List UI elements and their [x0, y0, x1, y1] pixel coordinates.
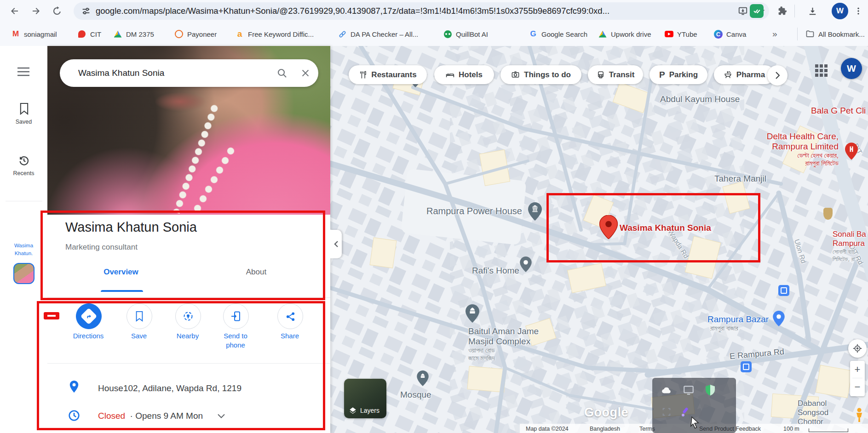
install-app-icon[interactable] — [735, 6, 751, 16]
send-to-phone-label-2[interactable]: phone — [226, 341, 245, 349]
search-box[interactable] — [60, 59, 318, 87]
mosque-pin-baitul[interactable] — [466, 304, 479, 323]
nearby-button[interactable] — [175, 303, 201, 329]
zoom-in-button[interactable]: + — [850, 361, 865, 378]
bookmarks-overflow-chevron[interactable]: » — [772, 28, 777, 40]
chip-parking[interactable]: P Parking — [650, 65, 707, 84]
map-label-sonali[interactable]: Sonali Ba Rampura সোনালী ব্যাং লিমিটেড, … — [833, 230, 866, 263]
bookmark-canva[interactable]: C Canva — [714, 28, 746, 40]
maps-profile-avatar[interactable]: W — [841, 58, 862, 79]
url-text[interactable]: google.com/maps/place/Wasima+Khatun+Soni… — [96, 6, 735, 16]
transit-poi-square[interactable] — [778, 285, 789, 296]
close-icon[interactable] — [293, 68, 318, 78]
address-bar[interactable]: google.com/maps/place/Wasima+Khatun+Soni… — [74, 2, 769, 20]
poi-beige-pin[interactable] — [823, 208, 833, 220]
back-icon[interactable] — [6, 3, 23, 19]
downloads-icon[interactable] — [804, 3, 821, 19]
gmail-icon: M — [11, 29, 20, 39]
tab-about[interactable]: About — [215, 268, 298, 277]
bazar-pin[interactable] — [773, 311, 785, 326]
street-view-pegman[interactable] — [854, 407, 865, 423]
my-location-button[interactable] — [848, 339, 867, 358]
bookmark-free-keyword[interactable]: a Free Keyword Diffic... — [235, 28, 314, 40]
saved-label[interactable]: Saved — [0, 119, 47, 125]
bookmark-cit[interactable]: CIT — [77, 28, 101, 40]
map-canvas[interactable]: Restaurants Hotels Things to do Transit … — [330, 46, 868, 433]
hamburger-menu-icon[interactable] — [17, 66, 30, 77]
map-label-power-house[interactable]: Rampura Power House — [426, 206, 522, 216]
map-label-baitul-aman[interactable]: Baitul Aman Jame Masjid Complex ওয়াপদা … — [468, 326, 539, 362]
transit-poi-square-2[interactable] — [741, 361, 752, 372]
rafis-home-pin[interactable] — [520, 256, 532, 272]
zoom-out-button[interactable]: − — [850, 378, 865, 395]
purple-brush-icon[interactable] — [680, 406, 691, 417]
canva-icon: C — [714, 30, 723, 39]
mosque-pin[interactable] — [417, 370, 429, 386]
map-label-bala-g-pet[interactable]: Bala G Pet Cli — [811, 106, 866, 116]
nearby-label[interactable]: Nearby — [177, 332, 199, 340]
destination-red-pin[interactable] — [599, 215, 618, 239]
bookmark-dm-2375[interactable]: DM 2375 — [113, 28, 154, 40]
power-house-pin[interactable] — [528, 202, 542, 221]
reload-icon[interactable] — [49, 3, 65, 19]
bookmark-quillbot[interactable]: QuillBot AI — [443, 28, 488, 40]
browser-profile-avatar[interactable]: W — [832, 3, 848, 19]
recents-icon[interactable] — [18, 154, 30, 166]
collapse-panel-arrow[interactable] — [330, 230, 342, 258]
bookmark-da-pa-checker[interactable]: DA PA Checker – All... — [338, 28, 418, 40]
recent-place-label-2[interactable]: Khatun. — [0, 251, 47, 256]
recents-label[interactable]: Recents — [0, 170, 47, 177]
cloud-icon[interactable] — [661, 384, 673, 396]
actions-divider — [47, 363, 330, 364]
tab-indicator — [101, 290, 143, 292]
tab-overview[interactable]: Overview — [80, 268, 162, 277]
mail-tracker-extension-icon[interactable] — [750, 4, 764, 18]
share-label[interactable]: Share — [281, 332, 299, 340]
address-text[interactable]: House102, Adilane, Wapda Rd, 1219 — [98, 383, 241, 393]
zoom-control: + − — [850, 361, 865, 396]
display-icon[interactable] — [683, 384, 695, 396]
share-button[interactable] — [277, 303, 303, 329]
capture-frame-icon[interactable] — [661, 407, 672, 417]
keyword-tool-icon: a — [235, 29, 244, 39]
site-info-icon[interactable] — [81, 6, 91, 16]
search-input[interactable] — [77, 68, 271, 79]
menu-kebab-icon[interactable] — [850, 3, 867, 19]
map-label-wasima-khatun[interactable]: Wasima Khatun Sonia — [620, 223, 711, 233]
chip-hotels[interactable]: Hotels — [434, 65, 494, 84]
chip-things-to-do[interactable]: Things to do — [500, 65, 581, 84]
search-icon[interactable] — [271, 68, 293, 79]
save-button[interactable] — [126, 303, 152, 329]
chips-scroll-right-chevron[interactable] — [767, 65, 788, 85]
bookmark-payoneer[interactable]: Payoneer — [174, 28, 217, 40]
forward-icon[interactable] — [28, 3, 44, 19]
chip-transit[interactable]: Transit — [588, 65, 643, 84]
directions-label[interactable]: Directions — [73, 332, 104, 340]
saved-icon[interactable] — [18, 102, 29, 115]
bookmark-ytube[interactable]: YTube — [664, 28, 697, 40]
directions-button[interactable] — [76, 303, 102, 329]
recent-place-label-1[interactable]: Wasima — [0, 243, 47, 248]
hours-chevron-down-icon[interactable] — [217, 412, 226, 420]
google-apps-grid-icon[interactable] — [815, 64, 828, 77]
all-bookmarks[interactable]: All Bookmark... — [805, 28, 865, 40]
send-to-phone-label-1[interactable]: Send to — [224, 332, 247, 340]
map-label-delta-health[interactable]: Delta Health Care, Rampura Limited ডেল্ট… — [751, 131, 839, 167]
shield-icon[interactable] — [705, 384, 716, 396]
browser-toolbar: google.com/maps/place/Wasima+Khatun+Soni… — [0, 0, 868, 22]
bookmark-soniagmail[interactable]: M soniagmail — [11, 28, 57, 40]
save-label[interactable]: Save — [131, 332, 147, 340]
recent-place-avatar[interactable] — [13, 263, 34, 284]
send-to-phone-button[interactable] — [223, 303, 249, 329]
chip-pharmacy[interactable]: Pharma — [714, 65, 775, 84]
hours-row[interactable]: Closed · Opens 9 AM Mon — [98, 411, 203, 421]
youtube-icon — [664, 29, 673, 39]
bookmark-upwork-drive[interactable]: Upwork drive — [598, 28, 651, 40]
extensions-puzzle-icon[interactable] — [774, 3, 790, 19]
layers-button[interactable]: Layers — [344, 379, 386, 418]
hospital-pin[interactable] — [845, 142, 858, 160]
map-label-rampura-bazar[interactable]: Rampura Bazar — [707, 314, 769, 325]
bookmark-google-search[interactable]: G Google Search — [529, 28, 587, 40]
chip-restaurants[interactable]: Restaurants — [349, 65, 427, 84]
scale-label: 100 m — [783, 426, 799, 432]
